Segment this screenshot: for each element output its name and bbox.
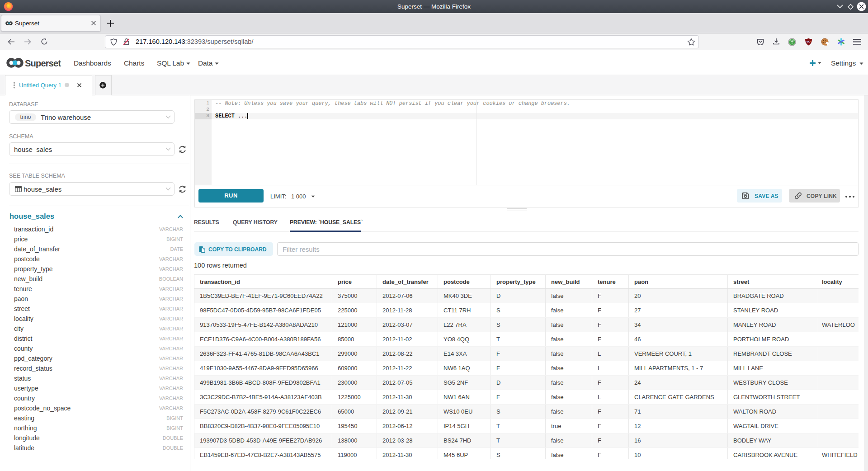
svg-text:uO: uO <box>807 40 811 43</box>
